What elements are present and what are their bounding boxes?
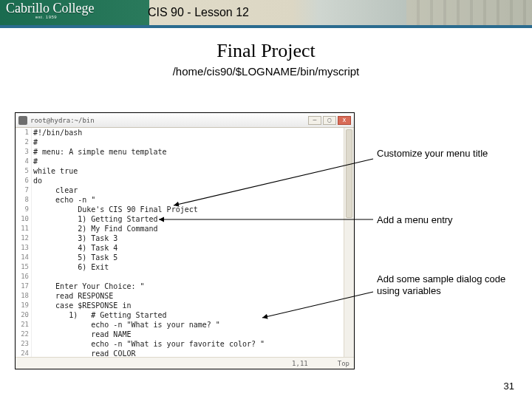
banner: Cabrillo College est. 1959 CIS 90 - Less… xyxy=(0,0,532,25)
line-number: 7 xyxy=(16,185,31,195)
line-number: 12 xyxy=(16,233,31,243)
line-number: 2 xyxy=(16,137,31,147)
cursor-position: 1,11 xyxy=(292,360,308,367)
line-number: 19 xyxy=(16,301,31,310)
line-number: 11 xyxy=(16,224,31,233)
lesson-title: CIS 90 - Lesson 12 xyxy=(148,0,532,25)
callout-sample-dialog: Add some sample dialog code using variab… xyxy=(377,273,510,298)
line-number: 17 xyxy=(16,282,31,291)
minimize-button[interactable]: — xyxy=(308,116,321,125)
editor-titlebar: root@hydra:~/bin — ▢ x xyxy=(16,113,354,128)
line-number: 21 xyxy=(16,320,31,330)
line-number: 6 xyxy=(16,176,31,185)
line-number: 10 xyxy=(16,214,31,224)
window-controls: — ▢ x xyxy=(308,116,351,125)
line-number: 9 xyxy=(16,205,31,214)
callout-customize-title: Customize your menu title xyxy=(377,148,510,160)
script-path: /home/cis90/$LOGNAME/bin/myscript xyxy=(0,65,532,78)
page-number: 31 xyxy=(504,381,514,392)
maximize-button[interactable]: ▢ xyxy=(323,116,336,125)
line-number: 8 xyxy=(16,195,31,205)
callout-add-menu-entry: Add a menu entry xyxy=(377,214,510,226)
page-title: Final Project xyxy=(0,40,532,62)
banner-underline xyxy=(0,25,532,28)
scrollbar-vertical[interactable] xyxy=(344,128,354,357)
line-number: 18 xyxy=(16,291,31,301)
code-area[interactable]: #!/bin/bash # # menu: A simple menu temp… xyxy=(33,128,344,357)
line-gutter: 123456789101112131415161718192021222324 xyxy=(16,128,32,357)
line-number: 15 xyxy=(16,262,31,272)
line-number: 14 xyxy=(16,253,31,262)
line-number: 13 xyxy=(16,243,31,253)
editor-window: root@hydra:~/bin — ▢ x 12345678910111213… xyxy=(15,112,355,369)
app-icon xyxy=(18,116,27,125)
window-title: root@hydra:~/bin xyxy=(30,117,305,124)
line-number: 20 xyxy=(16,310,31,320)
line-number: 4 xyxy=(16,157,31,166)
scroll-thumb[interactable] xyxy=(346,129,352,218)
line-number: 16 xyxy=(16,272,31,282)
line-number: 3 xyxy=(16,147,31,157)
college-logo-sub: est. 1959 xyxy=(35,15,57,19)
editor-statusbar: 1,11 Top xyxy=(16,357,354,369)
line-number: 1 xyxy=(16,128,31,137)
line-number: 23 xyxy=(16,339,31,349)
close-button[interactable]: x xyxy=(338,116,351,125)
college-logo: Cabrillo College xyxy=(6,1,94,15)
scroll-mode: Top xyxy=(338,360,349,367)
line-number: 24 xyxy=(16,349,31,357)
editor-body: 123456789101112131415161718192021222324 … xyxy=(16,128,354,357)
line-number: 5 xyxy=(16,166,31,176)
line-number: 22 xyxy=(16,330,31,339)
